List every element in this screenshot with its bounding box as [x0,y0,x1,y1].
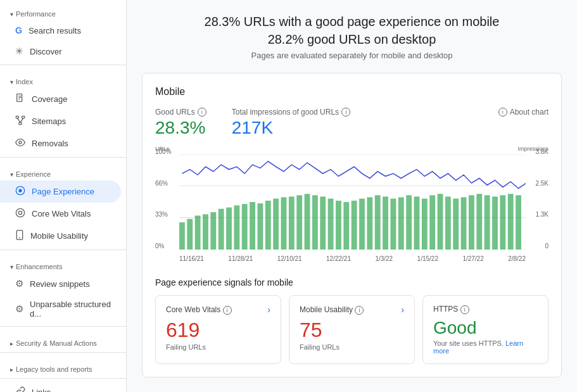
chevron-right-icon: › [267,305,270,315]
sidebar-item-label: Sitemaps [32,117,66,126]
svg-rect-54 [414,196,420,250]
impressions-label: Total impressions of good URLs i [232,108,350,117]
svg-rect-35 [265,201,271,250]
svg-rect-60 [461,198,467,250]
svg-rect-56 [429,195,435,250]
svg-rect-62 [476,194,482,250]
signals-grid: Core Web Vitals i › 619 Failing URLs Mob… [155,295,548,364]
svg-rect-64 [492,196,498,250]
svg-rect-52 [398,198,404,250]
sidebar-item-links[interactable]: Links [0,381,121,392]
sidebar-section-enhancements[interactable]: ▾ Enhancements [0,253,126,273]
svg-rect-42 [320,196,326,250]
sidebar-section-performance-label: Performance [16,10,56,18]
sidebar-section-performance[interactable]: ▾ Performance [0,0,126,20]
signal-card-core-web-vitals[interactable]: Core Web Vitals i › 619 Failing URLs [155,295,281,364]
sidebar-item-coverage[interactable]: Coverage [0,88,121,110]
divider [0,157,126,158]
mobile-card-title: Mobile [155,86,548,98]
sidebar-section-experience-label: Experience [16,170,51,178]
sidebar-item-removals[interactable]: Removals [0,132,121,155]
y-labels-right: 3.8K 2.5K 1.3K 0 [529,148,548,250]
good-urls-info-icon[interactable]: i [198,108,206,117]
sidebar-item-label: Mobile Usability [30,231,88,241]
good-urls-label: Good URLs i [155,108,206,117]
impressions-info-icon[interactable]: i [341,108,350,117]
signal-card-header: Mobile Usability i › [300,305,404,315]
review-snippets-icon: ⚙ [15,278,23,289]
collapse-arrow-performance: ▾ [10,11,13,18]
signal-card-header: Core Web Vitals i › [166,305,270,315]
https-info-icon[interactable]: i [460,305,469,314]
divider [0,378,126,379]
sidebar: ▾ Performance G Search results ✳ Discove… [0,0,127,392]
metrics-row: Good URLs i 28.3% Total impressions of g… [155,108,548,138]
svg-rect-46 [352,201,357,250]
discover-icon: ✳ [15,46,23,57]
sidebar-section-experience[interactable]: ▾ Experience [0,160,126,180]
svg-point-12 [16,208,24,217]
good-urls-metric: Good URLs i 28.3% [155,108,206,138]
svg-rect-33 [250,202,255,250]
doc-icon [15,93,25,105]
divider [0,352,126,353]
sidebar-section-index[interactable]: ▾ Index [0,68,126,88]
chevron-right-icon: › [401,305,404,315]
page-title: 28.3% URLs with a good page experience o… [142,13,562,48]
mobile-card: Mobile Good URLs i 28.3% Total impressio… [142,73,562,377]
signal-card-https: HTTPS i Good Your site uses HTTPS. Learn… [422,295,548,364]
signals-section: Page experience signals for mobile Core … [155,277,548,364]
cwv-sublabel: Failing URLs [166,343,270,351]
sidebar-item-page-experience[interactable]: Page Experience [0,180,121,203]
svg-rect-59 [453,199,459,250]
about-chart-info-icon: i [498,108,507,117]
svg-rect-48 [367,198,372,250]
page-header: 28.3% URLs with a good page experience o… [142,13,562,60]
svg-rect-57 [438,194,443,250]
google-icon: G [15,25,22,35]
collapse-arrow-index: ▾ [10,79,13,85]
svg-rect-43 [328,199,334,250]
collapse-arrow-legacy: ▸ [10,366,13,373]
about-chart-link[interactable]: i About chart [498,108,548,117]
chart-container: URLs Impressions 100% 66% 33% 0% 3.8K 2.… [155,148,548,262]
sidebar-item-label: Review snippets [30,279,90,289]
sidebar-item-label: Search results [29,26,81,35]
svg-rect-67 [516,195,521,250]
sidebar-item-mobile-usability[interactable]: Mobile Usability [0,225,121,247]
sidebar-item-core-web-vitals[interactable]: Core Web Vitals [0,203,121,225]
svg-rect-38 [289,196,295,250]
sidebar-section-legacy[interactable]: ▸ Legacy tools and reports [0,355,126,376]
sidebar-section-enhancements-label: Enhancements [16,263,62,270]
svg-rect-55 [422,199,428,250]
links-icon [15,386,25,392]
sidebar-item-review-snippets[interactable]: ⚙ Review snippets [0,273,121,294]
svg-rect-58 [445,196,451,250]
mobile-icon [15,230,24,242]
eye-icon [15,137,25,149]
x-labels: 11/16/21 11/28/21 12/10/21 12/22/21 1/3/… [179,255,526,262]
sidebar-section-security[interactable]: ▸ Security & Manual Actions [0,329,126,350]
sidebar-item-discover[interactable]: ✳ Discover [0,41,121,62]
svg-rect-40 [305,194,310,250]
y-labels-left: 100% 66% 33% 0% [155,148,178,250]
sidebar-item-search-results[interactable]: G Search results [0,20,121,41]
svg-rect-66 [508,194,514,250]
sidebar-item-sitemaps[interactable]: Sitemaps [0,110,121,132]
learn-more-link[interactable]: Learn more [433,339,523,355]
svg-rect-41 [312,195,318,250]
impressions-value: 217K [232,118,350,138]
mu-info-icon[interactable]: i [355,306,364,315]
svg-rect-50 [383,196,388,250]
sidebar-item-label: Coverage [32,94,67,104]
signal-label: HTTPS i [433,305,469,314]
signal-label: Mobile Usability i [300,305,364,315]
sidebar-section-legacy-label: Legacy tools and reports [16,365,92,373]
svg-rect-61 [469,195,474,250]
cwv-info-icon[interactable]: i [223,306,232,315]
signal-card-mobile-usability[interactable]: Mobile Usability i › 75 Failing URLs [289,295,415,364]
sidebar-item-unparsable[interactable]: ⚙ Unparsable structured d... [0,294,121,324]
sidebar-item-label: Removals [32,139,68,148]
sidebar-section-security-label: Security & Manual Actions [16,339,97,347]
svg-rect-31 [234,205,239,250]
